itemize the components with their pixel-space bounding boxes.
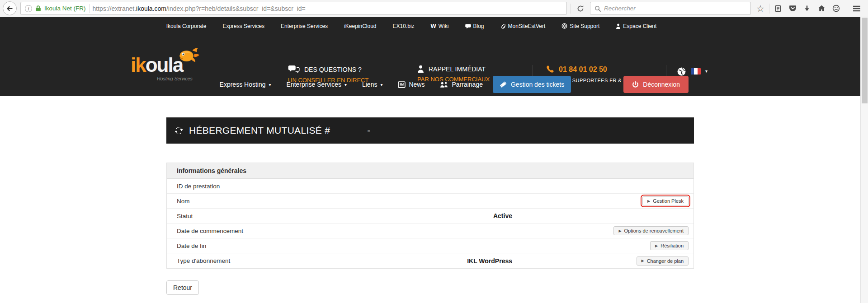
toolbar-separator bbox=[769, 4, 769, 14]
utility-link-ex10[interactable]: EX10.biz bbox=[393, 23, 415, 29]
back-arrow-icon bbox=[6, 5, 14, 12]
bookmarks-list-button[interactable] bbox=[772, 3, 784, 14]
back-button[interactable] bbox=[3, 1, 17, 15]
person-icon bbox=[417, 65, 424, 73]
row-label: Statut bbox=[177, 213, 193, 219]
phone-icon bbox=[546, 65, 554, 74]
phone-number[interactable]: 01 84 01 02 50 bbox=[559, 65, 607, 74]
row-date-de-commencement: Date de commencement ▶ Options de renouv… bbox=[167, 224, 693, 238]
resiliation-button[interactable]: ▶ Résiliation bbox=[650, 241, 689, 250]
play-icon: ▶ bbox=[642, 259, 644, 263]
options-de-renouvellement-button[interactable]: ▶ Options de renouvellement bbox=[613, 226, 689, 235]
chat-bubbles-icon bbox=[288, 65, 300, 74]
panel-title: Informations générales bbox=[167, 163, 693, 179]
bookmark-star-button[interactable]: ☆ bbox=[755, 3, 766, 14]
site-identity-label[interactable]: Ikoula Net (FR) bbox=[44, 5, 86, 12]
power-icon bbox=[632, 81, 639, 88]
button-label: Résiliation bbox=[660, 243, 684, 248]
nav-express-hosting[interactable]: Express Hosting▾ bbox=[220, 81, 271, 88]
row-type-abonnement: Type d'abonnement IKL WordPress ▶ Change… bbox=[167, 253, 693, 268]
refresh-icon bbox=[174, 126, 184, 135]
flag-caret-icon[interactable]: ▾ bbox=[705, 69, 708, 74]
news-icon bbox=[398, 81, 406, 88]
gestion-plesk-button[interactable]: ▶ Gestion Plesk bbox=[642, 196, 689, 205]
play-icon: ▶ bbox=[647, 199, 650, 203]
row-value-abonnement: IKL WordPress bbox=[467, 257, 512, 265]
pocket-button[interactable] bbox=[787, 3, 798, 14]
utility-link-corporate[interactable]: Ikoula Corporate bbox=[166, 23, 207, 29]
toolbar-icons: ☆ bbox=[755, 3, 863, 14]
utility-link-espace-client[interactable]: Espace Client bbox=[616, 23, 656, 29]
search-icon bbox=[594, 5, 601, 12]
callback-title: RAPPEL IMMÉDIAT bbox=[429, 65, 486, 73]
button-label: Gestion Plesk bbox=[653, 198, 684, 204]
french-flag-icon[interactable] bbox=[691, 68, 701, 75]
play-icon: ▶ bbox=[618, 229, 621, 233]
hamburger-menu-icon bbox=[853, 5, 861, 12]
scrollbar[interactable] bbox=[860, 17, 868, 303]
nav-enterprise-services[interactable]: Enterprise Services▾ bbox=[287, 81, 347, 88]
play-icon: ▶ bbox=[655, 244, 658, 248]
downloads-button[interactable] bbox=[801, 3, 813, 14]
button-label: Options de renouvellement bbox=[624, 228, 684, 233]
chevron-down-icon: ▾ bbox=[344, 82, 347, 87]
chevron-down-icon: ▾ bbox=[269, 82, 271, 87]
row-label: Date de fin bbox=[177, 242, 206, 249]
nav-news[interactable]: News bbox=[398, 81, 425, 88]
row-label: Nom bbox=[177, 198, 190, 205]
nav-parrainage[interactable]: Parrainage bbox=[440, 81, 483, 88]
ticket-icon bbox=[500, 81, 507, 88]
changer-de-plan-button[interactable]: ▶ Changer de plan bbox=[637, 256, 689, 266]
main-nav: Express Hosting▾ Enterprise Services▾ Li… bbox=[131, 76, 701, 93]
goldfish-logo-icon bbox=[178, 47, 200, 65]
menu-button[interactable] bbox=[851, 3, 863, 14]
url-bar[interactable]: i Ikoula Net (FR) https://extranet.ikoul… bbox=[20, 2, 567, 15]
utility-link-enterprise-services[interactable]: Enterprise Services bbox=[281, 23, 328, 29]
utility-nav: Ikoula Corporate Express Services Enterp… bbox=[0, 17, 845, 29]
reload-button[interactable] bbox=[575, 3, 586, 14]
page-title-bar: HÉBERGEMENT MUTUALISÉ # - bbox=[166, 117, 694, 144]
search-input[interactable] bbox=[604, 5, 746, 12]
url-separator bbox=[89, 4, 90, 13]
deconnexion-button[interactable]: Déconnexion bbox=[623, 76, 689, 93]
gestion-des-tickets-button[interactable]: Gestion des tickets bbox=[493, 76, 571, 93]
speech-bubble-icon bbox=[465, 23, 471, 29]
utility-link-site-support[interactable]: Site Support bbox=[561, 23, 599, 29]
clipboard-icon bbox=[774, 5, 782, 12]
globe-icon[interactable] bbox=[677, 67, 686, 76]
page-content: HÉBERGEMENT MUTUALISÉ # - Informations g… bbox=[166, 117, 694, 295]
utility-link-wiki[interactable]: WWiki bbox=[431, 23, 449, 29]
site-header: Ikoula Corporate Express Services Enterp… bbox=[0, 17, 868, 96]
download-arrow-icon bbox=[803, 5, 811, 12]
page-info-icon[interactable]: i bbox=[25, 5, 32, 12]
url-text[interactable]: https://extranet.ikoula.com/index.php?r=… bbox=[93, 5, 306, 12]
questions-title: DES QUESTIONS ? bbox=[304, 66, 362, 73]
home-button[interactable] bbox=[816, 3, 827, 14]
retour-button[interactable]: Retour bbox=[166, 280, 199, 295]
smiley-icon bbox=[832, 5, 840, 12]
row-statut: Statut Active bbox=[167, 209, 693, 224]
informations-generales-panel: Informations générales ID de prestation … bbox=[166, 163, 694, 269]
user-icon bbox=[616, 23, 621, 29]
feedback-button[interactable] bbox=[830, 3, 842, 14]
utility-link-ikeepincloud[interactable]: iKeepinCloud bbox=[344, 23, 376, 29]
row-id-de-prestation: ID de prestation bbox=[167, 179, 693, 194]
button-label: Changer de plan bbox=[647, 258, 684, 264]
home-icon bbox=[818, 5, 826, 12]
row-label: Date de commencement bbox=[177, 228, 243, 234]
utility-link-blog[interactable]: Blog bbox=[465, 23, 484, 29]
url-prefix: https://extranet. bbox=[93, 5, 137, 12]
logo-wordmark: ikoula bbox=[131, 55, 183, 75]
row-nom: Nom ▶ Gestion Plesk bbox=[167, 194, 693, 209]
search-bar[interactable] bbox=[590, 2, 751, 15]
row-value-statut: Active bbox=[493, 212, 512, 219]
toolbar-separator bbox=[571, 4, 571, 14]
scrollbar-thumb[interactable] bbox=[862, 18, 868, 103]
lifering-icon bbox=[561, 23, 567, 29]
row-label: Type d'abonnement bbox=[177, 257, 230, 264]
utility-link-monsiteestvert[interactable]: MonSiteEstVert bbox=[500, 23, 546, 29]
page-title-separator: - bbox=[367, 125, 370, 136]
https-lock-icon bbox=[35, 5, 41, 12]
utility-link-express-services[interactable]: Express Services bbox=[222, 23, 264, 29]
nav-liens[interactable]: Liens▾ bbox=[362, 81, 383, 88]
